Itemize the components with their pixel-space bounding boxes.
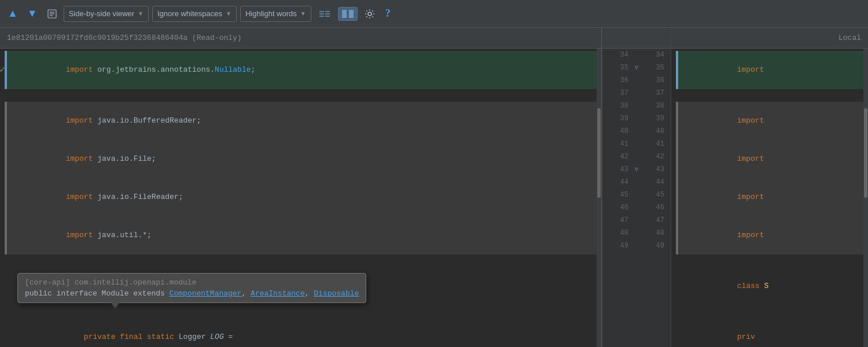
kw-import-right-39: import: [737, 231, 764, 239]
nullable-type: Nullable: [215, 65, 251, 74]
svg-point-12: [368, 12, 372, 16]
line-38-right-content: import: [678, 178, 868, 216]
edit-source-button[interactable]: [44, 7, 60, 21]
highlight-dropdown-arrow: ▼: [300, 10, 306, 17]
code-line-43-right: priv: [671, 318, 868, 347]
right-num-48: 48: [642, 229, 667, 237]
code-line-39-right: import: [671, 216, 868, 254]
code-line-34-left: ✓ import org.jetbrains.annotations.Nulla…: [0, 51, 601, 89]
code-line-38-left: import java.io.FileReader;: [0, 178, 601, 216]
import-path: org.jetbrains.annotations.: [97, 65, 215, 74]
prev-change-button[interactable]: ▲: [5, 6, 21, 21]
sync-scrolling-button[interactable]: [315, 7, 334, 21]
left-num-38: 38: [606, 102, 631, 110]
line-nums-45: 45 45: [602, 189, 671, 201]
line-gutter-39-right: [671, 216, 676, 254]
left-panel-header: 1e81201a00709172fd6c9019b25f32368486404a…: [0, 28, 601, 49]
tooltip-link-disposable[interactable]: Disposable: [314, 289, 359, 298]
left-num-48: 48: [606, 229, 631, 237]
line-34-left-content: import org.jetbrains.annotations.Nullabl…: [7, 51, 601, 89]
right-scrollbar-thumb[interactable]: [864, 108, 867, 198]
right-num-38: 38: [642, 102, 667, 110]
line-nums-39: 39 39: [602, 112, 671, 125]
code-line-38-right: import: [671, 178, 868, 216]
left-scrollbar-thumb[interactable]: [597, 108, 601, 198]
kw-import-right-34: import: [737, 65, 764, 74]
tooltip-link-componentmanager[interactable]: ComponentManager: [170, 289, 242, 298]
left-panel: 1e81201a00709172fd6c9019b25f32368486404a…: [0, 28, 602, 347]
columns-icon: [341, 9, 354, 19]
semicolon: ;: [251, 65, 256, 74]
whitespace-dropdown-label: Ignore whitespaces: [157, 9, 222, 18]
sync-scroll-icon: [318, 9, 331, 19]
left-num-35: 35: [606, 64, 631, 72]
line-42-right-content: [678, 305, 868, 318]
kw-37: import: [66, 154, 98, 163]
right-num-35: 35: [642, 64, 667, 72]
left-scrollbar[interactable]: [597, 49, 601, 347]
kw-import-right-37: import: [737, 154, 764, 163]
highlight-dropdown[interactable]: Highlight words ▼: [240, 6, 311, 22]
line-gutter-35-right: [671, 89, 676, 102]
help-button[interactable]: ?: [382, 6, 394, 21]
toolbar: ▲ ▼ Side-by-side viewer ▼ Ignore whitesp…: [0, 0, 868, 28]
left-num-37: 37: [606, 89, 631, 97]
line-nums-43: 43 ▽ 43: [602, 163, 671, 176]
settings-button[interactable]: [361, 7, 378, 21]
line-43-right-content: priv: [678, 318, 868, 347]
tooltip-sep1: ,: [241, 289, 251, 298]
viewer-dropdown-label: Side-by-side viewer: [69, 9, 134, 18]
right-num-46: 46: [642, 204, 667, 212]
right-scrollbar[interactable]: [863, 49, 868, 347]
line-nums-49: 49 49: [602, 239, 671, 252]
right-panel-header: Local: [671, 28, 868, 49]
line-39-left-content: import java.util.*;: [7, 216, 601, 254]
line-nums-40: 40 40: [602, 125, 671, 138]
line-43-left-content: private final static Logger LOG =: [7, 318, 601, 347]
right-panel-title: Local: [838, 34, 861, 42]
code-line-39-left: import java.util.*;: [0, 216, 601, 254]
line-nums-34: 34 34: [602, 49, 671, 61]
diff-container: 1e81201a00709172fd6c9019b25f32368486404a…: [0, 28, 868, 347]
code-line-42-right: [671, 305, 868, 318]
left-panel-title: 1e81201a00709172fd6c9019b25f32368486404a…: [7, 34, 242, 42]
line-gutter-37-right: [671, 140, 676, 178]
line-gutter-42-right: [671, 305, 676, 318]
edit-icon: [47, 9, 57, 19]
next-change-button[interactable]: ▼: [24, 6, 41, 21]
right-code-area[interactable]: import import: [671, 49, 868, 347]
left-code-area[interactable]: ✓ import org.jetbrains.annotations.Nulla…: [0, 49, 601, 347]
line-gutter-40-right: [671, 254, 676, 267]
eq-43: =: [224, 333, 233, 341]
right-code-lines: import import: [671, 49, 868, 347]
whitespace-dropdown[interactable]: Ignore whitespaces ▼: [152, 6, 237, 22]
tooltip-caret: [111, 302, 120, 308]
line-gutter-38-right: [671, 178, 676, 216]
line-35-left-content: [7, 89, 601, 102]
indent-43: [66, 333, 84, 341]
line-40-right-content: [678, 254, 868, 267]
left-num-41: 41: [606, 140, 631, 148]
center-gutter: 34 34 35 ▽ 35 36 36 37 37 38 38 39 39: [602, 28, 671, 347]
line-39-right-content: import: [678, 216, 868, 254]
kw-39: import: [66, 231, 98, 239]
line-nums-46: 46 46: [602, 201, 671, 214]
class-s-41-right: S: [764, 282, 768, 290]
right-num-40: 40: [642, 127, 667, 135]
viewer-dropdown[interactable]: Side-by-side viewer ▼: [64, 6, 149, 22]
line-gutter-40-left: [0, 254, 5, 267]
line-42-left-content: [7, 305, 601, 318]
code-line-35-left: [0, 89, 601, 102]
line-gutter-35-left: [0, 89, 5, 102]
line-34-right-content: import: [678, 51, 868, 89]
right-num-42: 42: [642, 153, 667, 161]
tooltip-link-areainstance[interactable]: AreaInstance: [251, 289, 305, 298]
code-line-42-left: [0, 305, 601, 318]
svg-rect-10: [342, 10, 347, 18]
left-num-34: 34: [606, 51, 631, 59]
line-37-right-content: import: [678, 140, 868, 178]
import-38: java.io.FileReader;: [97, 193, 183, 201]
columns-layout-button[interactable]: [338, 7, 358, 21]
code-line-36-left: import java.io.BufferedReader;: [0, 102, 601, 140]
right-panel: Local import: [671, 28, 868, 347]
